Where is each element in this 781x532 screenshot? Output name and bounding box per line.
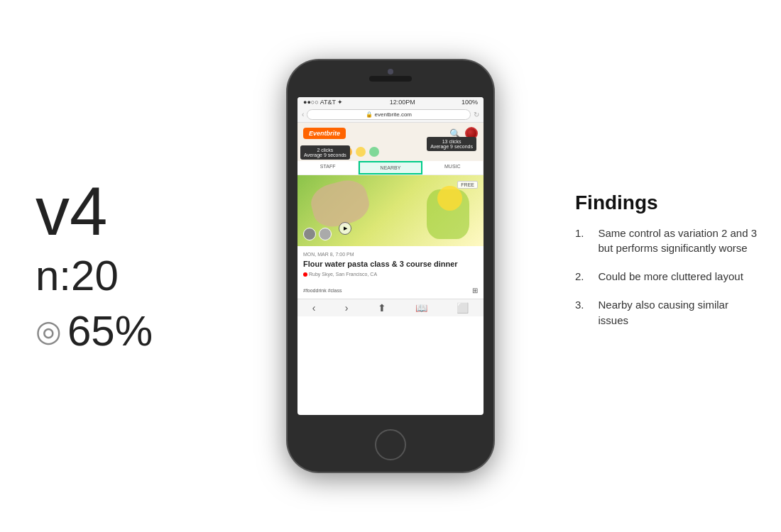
home-button[interactable] [375,429,406,460]
event-location: Ruby Skye, San Francisco, CA [303,272,478,277]
back-button[interactable]: ‹ [312,302,316,314]
location-text: Ruby Skye, San Francisco, CA [309,272,377,277]
finding-text-3: Nearby also causing similar issues [599,297,760,328]
free-badge: FREE [457,181,478,189]
tab-nearby-label: NEARBY [381,165,401,170]
back-icon: ‹ [302,111,304,118]
url-text: eventbrite.com [375,111,412,118]
tab-nearby: NEARBY [359,161,422,174]
play-button: ▶ [339,222,351,235]
location-dot [303,272,307,277]
event-image: FREE ▶ [297,175,484,246]
forward-button[interactable]: › [345,302,349,314]
heat-blob-3 [369,147,379,157]
tab-music-label: MUSIC [444,164,461,169]
tooltip-2-avg: Average 9 seconds [304,153,346,157]
center-panel: ●●○○ AT&T ✦ 12:00PM 100% ‹ 🔒 eventbrite.… [227,60,554,472]
finding-text-2: Could be more cluttered layout [599,269,743,284]
event-avatars: ▶ [303,228,332,240]
location-icon: ◎ [36,314,62,348]
reload-icon: ↻ [474,111,479,118]
eventbrite-logo: Eventbrite [303,128,346,139]
battery: 100% [462,99,478,106]
finding-item-3: Nearby also causing similar issues [575,297,760,328]
url-bar: ‹ 🔒 eventbrite.com ↻ [297,107,484,123]
iphone-frame: ●●○○ AT&T ✦ 12:00PM 100% ‹ 🔒 eventbrite.… [288,60,493,472]
left-panel: v4 n:20 ◎ 65% [0,149,227,384]
percent-label: ◎ 65% [36,306,192,355]
tooltip-13-clicks: 13 clicks Average 9 seconds [427,137,476,151]
tooltip-13-label: 13 clicks [430,139,473,144]
tooltip-2-label: 2 clicks [304,148,346,153]
url-field: 🔒 eventbrite.com [307,109,471,120]
n-label: n:20 [36,253,192,299]
tab-music: MUSIC [422,161,484,174]
finding-text-1: Same control as variation 2 and 3 but pe… [599,226,760,257]
event-details: MON, MAR 8, 7:00 PM Flour water pasta cl… [297,246,484,282]
safari-nav: ‹ › ⬆ 📖 ⬜ [297,299,484,316]
iphone-screen: ●●○○ AT&T ✦ 12:00PM 100% ‹ 🔒 eventbrite.… [297,97,484,415]
findings-title: Findings [575,192,760,214]
tabs-button[interactable]: ⬜ [457,302,469,314]
event-tags: #fooddrink #class ⊞ [297,282,484,299]
share-button[interactable]: ⬆ [378,302,386,314]
nav-tabs: STAFF NEARBY MUSIC 2 clicks Average 9 se… [297,161,484,175]
tooltip-2-clicks: 2 clicks Average 9 seconds [300,145,350,160]
event-title: Flour water pasta class & 3 course dinne… [303,259,478,269]
food-blob-3 [437,186,462,211]
grid-icon: ⊞ [472,287,478,294]
iphone-speaker [369,76,412,82]
tab-staff-label: STAFF [320,164,336,169]
time: 12:00PM [390,99,415,106]
event-date: MON, MAR 8, 7:00 PM [303,252,478,257]
finding-item-1: Same control as variation 2 and 3 but pe… [575,226,760,257]
version-label: v4 [36,177,192,245]
percent-value: 65% [67,306,153,355]
carrier: ●●○○ AT&T ✦ [303,99,343,106]
avatar-2 [319,228,332,240]
status-bar: ●●○○ AT&T ✦ 12:00PM 100% [297,97,484,107]
tag-text: #fooddrink #class [303,288,342,293]
bookmarks-button[interactable]: 📖 [415,302,427,314]
lock-icon: 🔒 [366,111,373,118]
tab-staff: STAFF [297,161,359,174]
right-panel: Findings Same control as variation 2 and… [554,163,781,370]
avatar-1 [303,228,316,240]
heat-blob-2 [356,147,366,157]
finding-item-2: Could be more cluttered layout [575,269,760,284]
findings-list: Same control as variation 2 and 3 but pe… [575,226,760,328]
tooltip-13-avg: Average 9 seconds [430,144,473,149]
